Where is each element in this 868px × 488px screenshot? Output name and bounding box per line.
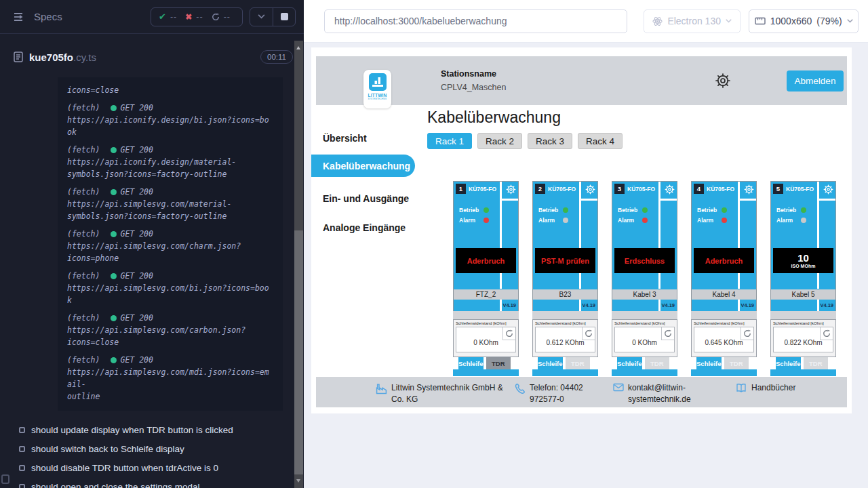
tdr-button[interactable]: TDR bbox=[724, 357, 749, 369]
failed-icon: ✖ bbox=[185, 12, 192, 22]
spec-row[interactable]: kue705fo.cy.ts 00:11 bbox=[0, 34, 304, 73]
test-item[interactable]: should disable TDR button when tdrActive… bbox=[0, 458, 304, 477]
ruler-icon bbox=[755, 16, 766, 26]
url-input[interactable] bbox=[324, 9, 627, 33]
mode-buttons: Schleife TDR bbox=[612, 357, 677, 369]
cable-name: Kabel 4 bbox=[691, 289, 757, 300]
sidebar: Übersicht Kabelüberwachung Ein- und Ausg… bbox=[311, 105, 420, 377]
refresh-button[interactable] bbox=[820, 327, 833, 340]
sidebar-item[interactable]: Analoge Eingänge bbox=[311, 216, 415, 239]
http-status: GET 200 bbox=[120, 144, 153, 156]
rack-tabs: Rack 1 Rack 2 Rack 3 Ra bbox=[427, 133, 852, 149]
alarm-label: Alarm bbox=[776, 217, 797, 224]
specs-menu-icon[interactable] bbox=[14, 12, 26, 22]
betrieb-led bbox=[484, 207, 489, 213]
browser-select[interactable]: Electron 130 bbox=[644, 9, 741, 33]
log-entry: (fetch) GET 200 https://api.iconify.desi… bbox=[67, 102, 273, 138]
collapse-button[interactable] bbox=[250, 8, 273, 26]
tdr-button[interactable]: TDR bbox=[804, 357, 829, 369]
measurement-label: Schleifenwiderstand [kOhm] bbox=[773, 321, 833, 325]
cypress-panel: Specs ✔-- ✖-- -- kue705fo.cy.ts 00:11 bbox=[0, 0, 304, 488]
command-log[interactable]: icons=close (fetch) GET 200 https://api.… bbox=[58, 77, 283, 411]
log-entry: (fetch) GET 200 https://api.simplesvg.co… bbox=[67, 270, 273, 306]
sidebar-item-label: Übersicht bbox=[323, 133, 367, 144]
stage: Electron 130 1000x660 (79%) LITTWIN SYST… bbox=[304, 0, 868, 488]
betrieb-label: Betrieb bbox=[776, 207, 797, 214]
iso-unit: ISO MOhm bbox=[791, 264, 816, 268]
status-display: 10 ISO MOhm bbox=[773, 248, 833, 273]
device-card-top: 4 KÜ705-FO Betrieb Alarm bbox=[691, 181, 757, 289]
schleife-button[interactable]: Schleife bbox=[458, 357, 484, 369]
refresh-icon bbox=[743, 329, 751, 338]
test-list: should update display when TDR button is… bbox=[0, 420, 304, 488]
chevron-down-icon bbox=[847, 19, 853, 23]
logout-button[interactable]: Abmelden bbox=[787, 70, 844, 92]
rack-tab[interactable]: Rack 2 bbox=[477, 133, 522, 149]
device-settings-gear-icon[interactable] bbox=[744, 184, 754, 195]
refresh-icon bbox=[585, 329, 593, 338]
divider bbox=[658, 300, 660, 311]
device-card: 1 KÜ705-FO Betrieb Alarm bbox=[453, 181, 519, 376]
panel-scrollbar[interactable] bbox=[294, 41, 303, 488]
rack-tab[interactable]: Rack 1 bbox=[427, 133, 472, 149]
version-band: V4.19 bbox=[453, 300, 519, 311]
sidebar-item[interactable]: Übersicht bbox=[311, 127, 415, 149]
failed-count: -- bbox=[196, 12, 203, 22]
status-display: PST-M prüfen bbox=[535, 248, 595, 273]
log-entry: (fetch) GET 200 https://api.simplesvg.co… bbox=[67, 186, 273, 222]
device-settings-gear-icon[interactable] bbox=[665, 184, 675, 195]
rack-tab-label: Rack 2 bbox=[486, 136, 514, 146]
schleife-button[interactable]: Schleife bbox=[538, 357, 563, 369]
footer-manuals[interactable]: Handbücher bbox=[735, 382, 795, 407]
device-card-top: 2 KÜ705-FO Betrieb Alarm bbox=[532, 181, 598, 289]
tdr-button[interactable]: TDR bbox=[486, 357, 511, 369]
refresh-button[interactable] bbox=[502, 327, 515, 340]
alarm-row: Alarm bbox=[618, 217, 648, 224]
scrollbar-thumb[interactable] bbox=[294, 230, 303, 474]
alarm-led bbox=[642, 218, 648, 223]
request-url: https://api.simplesvg.com/charm.json? ic… bbox=[67, 240, 273, 264]
test-item[interactable]: should update display when TDR button is… bbox=[0, 420, 304, 439]
card-bottom-bar bbox=[532, 369, 598, 376]
stop-button[interactable] bbox=[273, 8, 295, 26]
settings-gear-icon[interactable] bbox=[715, 73, 731, 89]
betrieb-label: Betrieb bbox=[538, 207, 559, 214]
alarm-led bbox=[722, 218, 727, 223]
version-band: V4.19 bbox=[532, 300, 598, 311]
passed-icon: ✔ bbox=[159, 12, 166, 22]
schleife-button[interactable]: Schleife bbox=[696, 357, 722, 369]
viewport-select[interactable]: 1000x660 (79%) bbox=[749, 9, 859, 33]
test-title: should update display when TDR button is… bbox=[31, 425, 233, 435]
cable-name: B23 bbox=[532, 289, 598, 300]
sidebar-item[interactable]: Ein- und Ausgänge bbox=[311, 187, 415, 209]
company-name: Littwin Systemtechnik GmbH & Co. KG bbox=[391, 382, 515, 405]
footer-email[interactable]: kontakt@littwin-systemtechnik.de bbox=[613, 382, 722, 407]
request-url: icons=close bbox=[67, 84, 273, 96]
test-item[interactable]: should switch back to Schleife display bbox=[0, 439, 304, 458]
schleife-button[interactable]: Schleife bbox=[617, 357, 642, 369]
fetch-label: (fetch) bbox=[67, 186, 100, 198]
sidebar-item-label: Analoge Eingänge bbox=[323, 222, 406, 233]
sidebar-item[interactable]: Kabelüberwachung bbox=[311, 155, 415, 177]
refresh-button[interactable] bbox=[582, 327, 595, 340]
refresh-button[interactable] bbox=[741, 327, 753, 340]
schleife-button[interactable]: Schleife bbox=[776, 357, 801, 369]
device-model: KÜ705-FO bbox=[548, 186, 576, 192]
status-ok-dot bbox=[111, 357, 117, 363]
device-number-badge: 2 bbox=[535, 184, 545, 194]
tdr-button[interactable]: TDR bbox=[566, 357, 591, 369]
app-footer: Littwin Systemtechnik GmbH & Co. KG Tele… bbox=[316, 377, 847, 407]
betrieb-led bbox=[801, 207, 806, 213]
tdr-button[interactable]: TDR bbox=[645, 357, 670, 369]
rack-tab[interactable]: Rack 4 bbox=[578, 133, 623, 149]
device-settings-gear-icon[interactable] bbox=[823, 184, 833, 195]
rack-tab[interactable]: Rack 3 bbox=[528, 133, 572, 149]
request-url: https://api.simplesvg.com/material- symb… bbox=[67, 198, 273, 222]
refresh-button[interactable] bbox=[661, 327, 674, 340]
device-settings-gear-icon[interactable] bbox=[585, 184, 595, 195]
fetch-label: (fetch) bbox=[67, 354, 100, 366]
device-settings-gear-icon[interactable] bbox=[506, 184, 516, 195]
fetch-label: (fetch) bbox=[67, 228, 100, 240]
test-item[interactable]: should open and close the settings modal bbox=[0, 477, 304, 488]
littwin-logo: LITTWIN SYSTEMTECHNIK bbox=[363, 70, 391, 108]
